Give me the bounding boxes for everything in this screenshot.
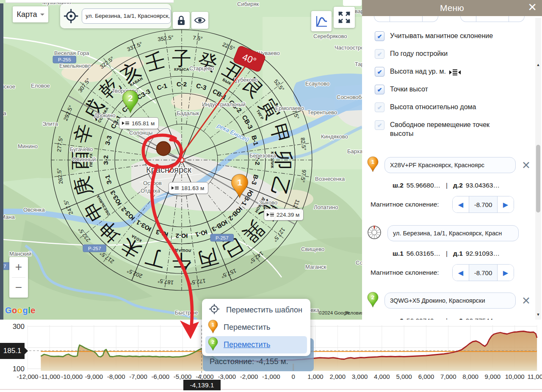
- luopan-icon: [367, 225, 382, 240]
- compass-sector-label: Ю-2: [176, 232, 188, 240]
- map-type-selector[interactable]: Карта: [13, 6, 48, 22]
- elevation-value-tooltip: 185.1: [0, 343, 25, 359]
- zoom-out-button[interactable]: −: [9, 278, 28, 298]
- y-tick-label: 300: [13, 323, 25, 331]
- map-place-label: Тарт: [355, 61, 362, 67]
- lat-value: 56.03165…: [406, 250, 440, 257]
- remove-point-icon[interactable]: ✕: [522, 159, 531, 171]
- map-canvas[interactable]: С-2С-3СВ-1СВ-2СВ-3В-1В-2В-3ЮВ-1ЮВ-2ЮВ-3Ю…: [0, 0, 362, 320]
- road-badge-label: Р-255: [58, 57, 71, 62]
- svg-text:1: 1: [371, 159, 375, 165]
- point-row: 23QWG+X5 Дрокино, Красноярски✕: [367, 291, 542, 310]
- point-address-input[interactable]: ул. Березина, 1а/1, Красноярск, Красн: [387, 225, 519, 241]
- checkbox-enabled[interactable]: ✔: [375, 67, 384, 77]
- map-place-label: Элита: [42, 121, 58, 127]
- partial-stepper[interactable]: [374, 16, 438, 22]
- declination-label: Магнитное склонение:: [371, 201, 439, 208]
- move-template-icon: [208, 303, 221, 317]
- checkbox-disabled: ✔: [375, 49, 384, 59]
- svg-text:2: 2: [128, 94, 133, 103]
- lon-label: д.1: [453, 250, 463, 257]
- x-tick-label: -10,000: [61, 373, 83, 380]
- map-place-label: Овсянка: [23, 207, 45, 213]
- lat-value: 56.09749…: [406, 317, 440, 320]
- map-place-label: Частоостровское: [335, 44, 362, 51]
- x-tick-label: 1,000: [307, 373, 324, 380]
- stepper-left-icon[interactable]: ◀: [453, 196, 469, 213]
- stepper-right-icon[interactable]: ▶: [498, 265, 514, 281]
- map-terms-link[interactable]: Условия: [345, 310, 362, 315]
- map-place-label: Зыково: [259, 199, 277, 206]
- map-marker-2[interactable]: 2: [122, 90, 139, 113]
- svg-text:2: 2: [371, 294, 375, 301]
- x-tick-label: -6,000: [152, 373, 170, 380]
- remove-point-icon[interactable]: ✕: [522, 295, 531, 307]
- elevation-icon: [267, 213, 274, 217]
- x-tick-label: -1,000: [262, 373, 280, 380]
- city-label: Красноярск: [146, 165, 191, 174]
- context-menu-item[interactable]: 1Переместить: [205, 319, 307, 336]
- x-tick-label: 10,000: [505, 373, 525, 380]
- pin-orange-icon: 1: [208, 320, 218, 336]
- x-tick-label: 9,000: [485, 373, 501, 380]
- point-row: 1X28V+PF Красноярск, Красноярс✕: [367, 156, 542, 174]
- scroll-thumb[interactable]: [536, 145, 540, 213]
- point-address-input[interactable]: X28V+PF Красноярск, Красноярс: [384, 157, 516, 173]
- map-place-label: Сосновоборск: [337, 94, 362, 100]
- pin-orange-icon: 1: [367, 156, 379, 172]
- map-place-label: Сибиряк: [237, 1, 259, 7]
- checkbox-row: ✔Свободное перемещение точек высоты: [375, 120, 542, 138]
- declination-value[interactable]: -8.700: [469, 196, 498, 213]
- x-tick-label: 6,000: [418, 373, 434, 380]
- lock-button[interactable]: [173, 12, 190, 29]
- point-address-input[interactable]: 3QWG+X5 Дрокино, Красноярски: [384, 293, 516, 309]
- checkbox-enabled[interactable]: ✔: [375, 31, 384, 41]
- declination-stepper: ◀-8.700▶: [452, 264, 514, 281]
- context-menu-label[interactable]: Переместить: [224, 323, 270, 332]
- scroll-down-icon[interactable]: ▼: [535, 312, 541, 317]
- x-tick-label: -9,000: [85, 373, 103, 380]
- address-search-input[interactable]: ул. Березина, 1а/1, Красноярск, Краснояр: [82, 8, 171, 24]
- app-window: С-2С-3СВ-1СВ-2СВ-3В-1В-2В-3ЮВ-1ЮВ-2ЮВ-3Ю…: [0, 0, 542, 392]
- pin-orange-icon: 1: [231, 174, 249, 199]
- pin-green-icon: 2: [208, 337, 218, 351]
- context-menu-item[interactable]: 2Переместить: [205, 336, 307, 353]
- checkbox-row: ✔Высота над ур. м.: [375, 67, 542, 77]
- context-menu-label[interactable]: Переместить шаблон: [226, 306, 302, 315]
- declination-value[interactable]: -8.700: [469, 265, 498, 281]
- zoom-in-button[interactable]: +: [9, 257, 28, 277]
- map-place-label: Отдыха: [141, 188, 160, 194]
- visibility-button[interactable]: [191, 12, 208, 29]
- svg-text:2: 2: [212, 339, 215, 344]
- elevation-badge-text: 165.81 м: [132, 120, 155, 127]
- point-row: ул. Березина, 1а/1, Красноярск, Красн: [367, 224, 542, 243]
- height-above-sea-icon: [449, 69, 461, 75]
- partial-stepper[interactable]: [460, 16, 525, 22]
- target-icon[interactable]: [63, 8, 79, 25]
- context-menu: Переместить шаблон 1Переместить 2Перемес…: [202, 299, 310, 356]
- x-tick-label: 3,000: [352, 373, 368, 380]
- stepper-right-icon[interactable]: ▶: [498, 196, 514, 213]
- close-icon[interactable]: ✕: [528, 1, 537, 14]
- checkbox-label: Точки высот: [390, 85, 428, 94]
- scroll-up-icon[interactable]: ▲: [535, 63, 541, 67]
- move-template-icon: [208, 303, 221, 315]
- map-place-label: Сор: [356, 259, 362, 266]
- zoom-control: + −: [9, 257, 28, 298]
- map-place-label: Солонцы: [129, 130, 152, 136]
- stepper-left-icon[interactable]: ◀: [453, 265, 469, 281]
- map-place-label: Остров: [143, 180, 162, 186]
- context-menu-item[interactable]: Переместить шаблон: [205, 301, 307, 319]
- elevation-chart-button[interactable]: [311, 11, 332, 31]
- fullscreen-button[interactable]: [334, 7, 355, 28]
- panel-scrollbar[interactable]: ▲ ▼: [535, 18, 541, 320]
- map-place-label: Дрокино: [94, 112, 116, 119]
- collapsed-top-button: [343, 0, 362, 6]
- search-control: ул. Березина, 1а/1, Красноярск, Краснояр: [60, 4, 171, 28]
- lon-value: 93.04363…: [466, 182, 500, 189]
- checkbox-enabled[interactable]: ✔: [375, 85, 384, 94]
- map-place-label: Овинный: [72, 156, 96, 163]
- context-menu-label[interactable]: Переместить: [224, 340, 270, 349]
- map-place-label: Маганск: [305, 264, 326, 270]
- map-marker-1[interactable]: 1: [231, 174, 249, 199]
